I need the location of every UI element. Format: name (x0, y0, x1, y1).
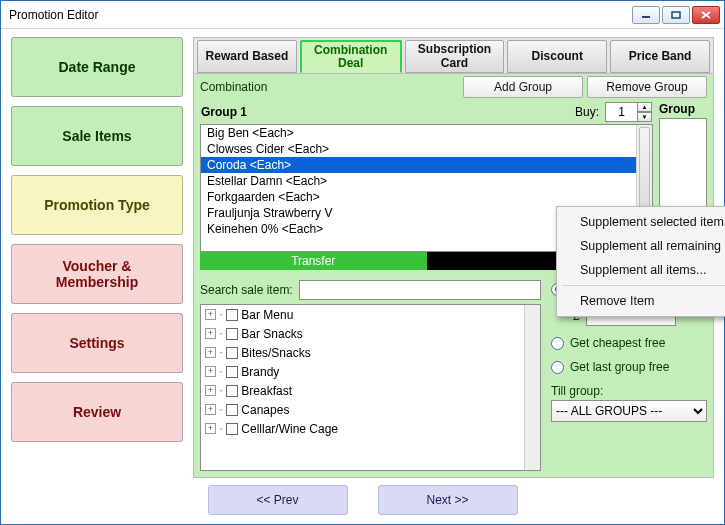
tree-row[interactable]: +···Canapes (201, 400, 540, 419)
list-item[interactable]: Estellar Damn <Each> (201, 173, 652, 189)
checkbox[interactable] (226, 423, 238, 435)
buy-quantity-up-icon[interactable]: ▲ (637, 102, 652, 112)
promotion-type-tabs: Reward Based Combination Deal Subscripti… (194, 38, 713, 74)
group1-title: Group 1 (201, 105, 569, 119)
wizard-footer: << Prev Next >> (1, 482, 724, 524)
search-input[interactable] (299, 280, 541, 300)
group-item-context-menu: Supplement selected item... Supplement a… (556, 206, 725, 317)
expand-icon[interactable]: + (205, 423, 216, 434)
tree-label: Brandy (241, 365, 279, 379)
close-button[interactable] (692, 6, 720, 24)
ctx-supplement-all[interactable]: Supplement all items... (560, 258, 725, 282)
next-button[interactable]: Next >> (378, 485, 518, 515)
tree-row[interactable]: +···Breakfast (201, 381, 540, 400)
list-item[interactable]: Big Ben <Each> (201, 125, 652, 141)
promotion-editor-window: Promotion Editor Date Range Sale Items P… (0, 0, 725, 525)
step-sale-items[interactable]: Sale Items (11, 106, 183, 166)
expand-icon[interactable]: + (205, 366, 216, 377)
tab-combination-deal[interactable]: Combination Deal (300, 40, 402, 73)
tree-scrollbar[interactable] (524, 305, 540, 470)
step-review[interactable]: Review (11, 382, 183, 442)
buy-quantity-stepper[interactable]: ▲ ▼ (605, 102, 652, 122)
tree-label: Celllar/Wine Cage (241, 422, 338, 436)
tree-row[interactable]: +···Bar Snacks (201, 324, 540, 343)
tree-connector-icon: ··· (219, 366, 221, 377)
tree-connector-icon: ··· (219, 423, 221, 434)
expand-icon[interactable]: + (205, 385, 216, 396)
minimize-button[interactable] (632, 6, 660, 24)
tree-connector-icon: ··· (219, 328, 221, 339)
checkbox[interactable] (226, 404, 238, 416)
tree-label: Canapes (241, 403, 289, 417)
step-settings[interactable]: Settings (11, 313, 183, 373)
buy-quantity-down-icon[interactable]: ▼ (637, 112, 652, 122)
tree-row[interactable]: +···Bar Menu (201, 305, 540, 324)
buy-quantity-input[interactable] (605, 102, 637, 122)
checkbox[interactable] (226, 328, 238, 340)
group2-title: Group (659, 102, 707, 118)
tab-subscription-card[interactable]: Subscription Card (405, 40, 505, 73)
till-group-select[interactable]: --- ALL GROUPS --- (551, 400, 707, 422)
expand-icon[interactable]: + (205, 309, 216, 320)
ctx-separator (562, 285, 725, 286)
ctx-supplement-selected[interactable]: Supplement selected item... (560, 210, 725, 234)
checkbox[interactable] (226, 347, 238, 359)
tab-discount[interactable]: Discount (507, 40, 607, 73)
checkbox[interactable] (226, 366, 238, 378)
till-group-label: Till group: (551, 384, 707, 398)
radio-last-group-free[interactable] (551, 361, 564, 374)
tree-label: Bites/Snacks (241, 346, 310, 360)
tree-label: Bar Menu (241, 308, 293, 322)
tree-label: Breakfast (241, 384, 292, 398)
add-group-button[interactable]: Add Group (463, 76, 583, 98)
ctx-supplement-remaining[interactable]: Supplement all remaining items... (560, 234, 725, 258)
search-label: Search sale item: (200, 283, 293, 297)
tree-connector-icon: ··· (219, 385, 221, 396)
combination-heading: Combination (200, 80, 459, 94)
list-item[interactable]: Coroda <Each> (201, 157, 652, 173)
list-item[interactable]: Forkgaarden <Each> (201, 189, 652, 205)
main-panel: Reward Based Combination Deal Subscripti… (193, 37, 714, 478)
tab-reward-based[interactable]: Reward Based (197, 40, 297, 73)
sale-item-tree[interactable]: +···Bar Menu +···Bar Snacks +···Bites/Sn… (200, 304, 541, 471)
remove-group-button[interactable]: Remove Group (587, 76, 707, 98)
checkbox[interactable] (226, 385, 238, 397)
tree-row[interactable]: +···Bites/Snacks (201, 343, 540, 362)
buy-label: Buy: (575, 105, 599, 119)
tree-row[interactable]: +···Celllar/Wine Cage (201, 419, 540, 438)
tree-connector-icon: ··· (219, 309, 221, 320)
window-title: Promotion Editor (9, 8, 632, 22)
expand-icon[interactable]: + (205, 404, 216, 415)
checkbox[interactable] (226, 309, 238, 321)
last-group-free-label: Get last group free (570, 360, 669, 374)
prev-button[interactable]: << Prev (208, 485, 348, 515)
step-date-range[interactable]: Date Range (11, 37, 183, 97)
transfer-button[interactable]: Transfer (200, 252, 427, 270)
ctx-remove-item[interactable]: Remove Item (560, 289, 725, 313)
cheapest-free-label: Get cheapest free (570, 336, 665, 350)
step-voucher-membership[interactable]: Voucher & Membership (11, 244, 183, 304)
tree-label: Bar Snacks (241, 327, 302, 341)
tree-connector-icon: ··· (219, 404, 221, 415)
tree-connector-icon: ··· (219, 347, 221, 358)
step-promotion-type[interactable]: Promotion Type (11, 175, 183, 235)
expand-icon[interactable]: + (205, 347, 216, 358)
wizard-steps-sidebar: Date Range Sale Items Promotion Type Vou… (11, 37, 183, 478)
maximize-button[interactable] (662, 6, 690, 24)
list-item[interactable]: Clowses Cider <Each> (201, 141, 652, 157)
tab-price-band[interactable]: Price Band (610, 40, 710, 73)
svg-rect-1 (672, 12, 680, 18)
tree-row[interactable]: +···Brandy (201, 362, 540, 381)
titlebar: Promotion Editor (1, 1, 724, 29)
expand-icon[interactable]: + (205, 328, 216, 339)
radio-cheapest-free[interactable] (551, 337, 564, 350)
